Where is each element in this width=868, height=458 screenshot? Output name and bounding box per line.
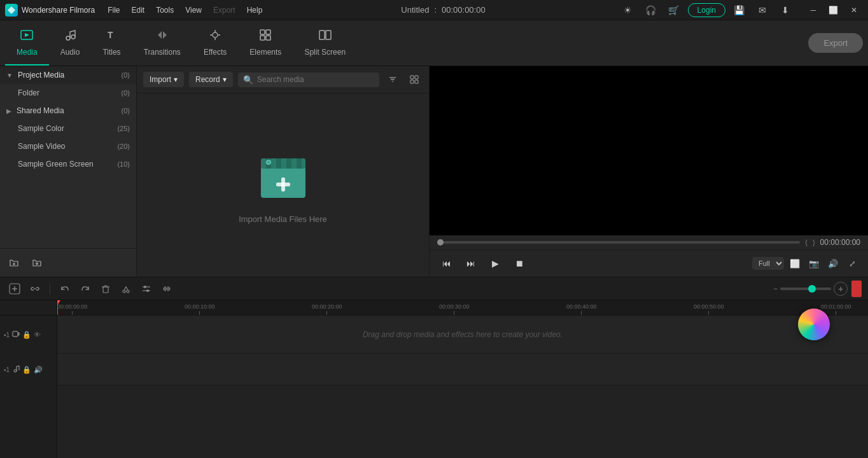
- window-controls: ─ ⬜ ✕: [804, 1, 863, 19]
- save-icon[interactable]: 💾: [731, 1, 748, 19]
- play-button[interactable]: ▶: [486, 254, 505, 273]
- notification-icon[interactable]: ✉: [753, 1, 771, 19]
- preview-controls: ⏮ ⏭ ▶ ⏹ Full 1/2 1/4 ⬜ 📷 🔊 ⤢: [430, 249, 868, 277]
- tab-media[interactable]: Media: [5, 20, 49, 66]
- expand-button[interactable]: ⤢: [844, 255, 860, 272]
- zoom-out-icon[interactable]: −: [773, 284, 778, 293]
- svg-point-45: [146, 289, 149, 292]
- import-button[interactable]: Import ▾: [143, 72, 184, 87]
- fullscreen-preview-button[interactable]: ⬜: [787, 255, 803, 272]
- sample-video-count: (20): [117, 142, 130, 150]
- menu-help[interactable]: Help: [242, 3, 268, 17]
- project-media-header[interactable]: ▼ Project Media (0): [0, 66, 136, 84]
- cart-icon[interactable]: 🛒: [665, 1, 683, 19]
- video-track-lock[interactable]: 🔒: [22, 331, 31, 339]
- left-panel: ▼ Project Media (0) Folder (0) ▶ Shared …: [0, 66, 137, 277]
- filmora-watermark: [798, 309, 830, 340]
- preview-right-controls: Full 1/2 1/4 ⬜ 📷 🔊 ⤢: [752, 255, 860, 272]
- volume-button[interactable]: 🔊: [825, 255, 841, 272]
- record-label: Record: [195, 75, 220, 84]
- new-folder-button[interactable]: [5, 254, 23, 272]
- menu-view[interactable]: View: [180, 3, 207, 17]
- tab-effects[interactable]: Effects: [192, 20, 238, 66]
- export-button[interactable]: Export: [808, 33, 863, 53]
- project-media-count: (0): [122, 71, 130, 79]
- audio-track-row: [57, 354, 868, 385]
- search-input[interactable]: [257, 75, 374, 84]
- sample-video-item[interactable]: Sample Video (20): [0, 137, 136, 155]
- screenshot-button[interactable]: 📷: [806, 255, 822, 272]
- timeline-content: ▪1 🔒 👁 ▪1: [0, 300, 868, 458]
- step-back-button[interactable]: ⏮: [437, 254, 456, 273]
- link-tracks-button[interactable]: [27, 281, 43, 297]
- shared-media-chevron: ▶: [6, 108, 11, 114]
- menu-export[interactable]: Export: [208, 3, 241, 17]
- adjust-button[interactable]: [138, 281, 155, 297]
- minimize-button[interactable]: ─: [804, 1, 822, 19]
- menu-file[interactable]: File: [102, 3, 125, 17]
- audio-track-volume[interactable]: 🔊: [34, 366, 43, 374]
- folder-item[interactable]: Folder (0): [0, 84, 136, 102]
- tab-elements[interactable]: Elements: [238, 20, 293, 66]
- zoom-in-button[interactable]: +: [834, 282, 848, 296]
- undo-button[interactable]: [57, 281, 73, 297]
- tab-transitions[interactable]: Transitions: [132, 20, 192, 66]
- svg-rect-12: [266, 36, 270, 40]
- close-button[interactable]: ✕: [845, 1, 863, 19]
- media-drop-area[interactable]: Import Media Files Here: [137, 94, 429, 277]
- tab-audio[interactable]: Audio: [49, 20, 92, 66]
- timeline-ruler-area: 00:00:00:00 00:00:10:00 00:00:20:00 00:0…: [57, 300, 868, 458]
- toolbar-separator-1: [50, 283, 50, 295]
- progress-handle[interactable]: [437, 239, 444, 246]
- delete-button[interactable]: [97, 281, 114, 297]
- add-to-timeline-button[interactable]: [6, 281, 23, 297]
- audio-track-lock[interactable]: 🔒: [22, 366, 31, 374]
- title-bar: Wondershare Filmora File Edit Tools View…: [0, 0, 868, 20]
- redo-button[interactable]: [77, 281, 94, 297]
- tab-titles[interactable]: T Titles: [91, 20, 132, 66]
- download-icon[interactable]: ⬇: [776, 1, 794, 19]
- menu-tools[interactable]: Tools: [151, 3, 179, 17]
- project-media-chevron: ▼: [6, 72, 13, 79]
- frame-back-button[interactable]: ⏭: [461, 254, 480, 273]
- svg-point-1: [66, 36, 70, 40]
- video-track-body[interactable]: Drag and drop media and effects here to …: [57, 316, 868, 353]
- record-button[interactable]: Record ▾: [189, 72, 233, 87]
- app-name-label: Wondershare Filmora: [22, 6, 95, 15]
- shared-media-item[interactable]: ▶ Shared Media (0): [0, 102, 136, 120]
- video-track-visibility[interactable]: 👁: [34, 331, 41, 338]
- brightness-icon[interactable]: ☀: [619, 1, 637, 19]
- filter-button[interactable]: [384, 71, 401, 88]
- main-toolbar: Media Audio T Titles: [0, 20, 868, 66]
- time-start: {: [805, 239, 808, 246]
- svg-rect-20: [410, 76, 414, 79]
- ruler-tick-1: 00:00:10:00: [185, 303, 215, 315]
- stop-button[interactable]: ⏹: [510, 254, 529, 273]
- grid-view-button[interactable]: [406, 71, 423, 88]
- toolbar-tabs: Media Audio T Titles: [5, 20, 808, 66]
- zoom-slider[interactable]: − +: [773, 282, 848, 296]
- title-bar-right: ☀ 🎧 🛒 Login 💾 ✉ ⬇ ─ ⬜ ✕: [619, 1, 863, 19]
- tab-splitscreen-label: Split Screen: [304, 48, 346, 57]
- time-markers: { }: [805, 239, 815, 246]
- login-button[interactable]: Login: [688, 3, 725, 17]
- headset-icon[interactable]: 🎧: [642, 1, 660, 19]
- audio-stretch-button[interactable]: [158, 281, 175, 297]
- sample-green-screen-item[interactable]: Sample Green Screen (10): [0, 155, 136, 173]
- video-track-row: Drag and drop media and effects here to …: [57, 316, 868, 354]
- project-media-label: Project Media: [18, 71, 64, 80]
- audio-track-body[interactable]: [57, 354, 868, 385]
- cut-button[interactable]: [118, 281, 134, 297]
- sample-color-item[interactable]: Sample Color (25): [0, 120, 136, 137]
- drop-text: Import Media Files Here: [239, 214, 327, 224]
- tab-splitscreen[interactable]: Split Screen: [293, 20, 357, 66]
- zoom-thumb[interactable]: [808, 285, 816, 293]
- import-folder-button[interactable]: [28, 254, 46, 272]
- quality-select[interactable]: Full 1/2 1/4: [752, 257, 784, 270]
- menu-edit[interactable]: Edit: [127, 3, 150, 17]
- maximize-button[interactable]: ⬜: [825, 1, 843, 19]
- sample-color-label: Sample Color: [18, 124, 64, 133]
- panel-footer: [0, 248, 136, 277]
- zoom-track[interactable]: [780, 288, 831, 290]
- progress-bar[interactable]: [437, 241, 800, 244]
